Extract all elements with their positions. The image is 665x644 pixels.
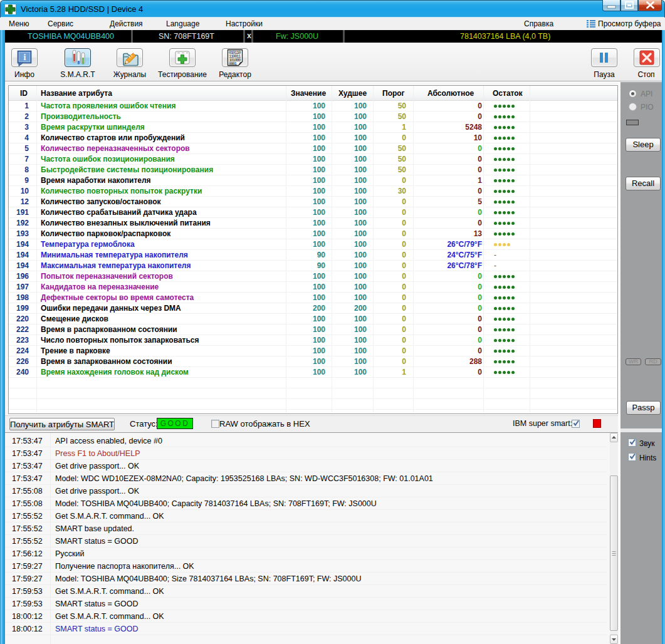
svg-text:i: i bbox=[24, 53, 26, 62]
svg-text:0001: 0001 bbox=[229, 61, 237, 66]
